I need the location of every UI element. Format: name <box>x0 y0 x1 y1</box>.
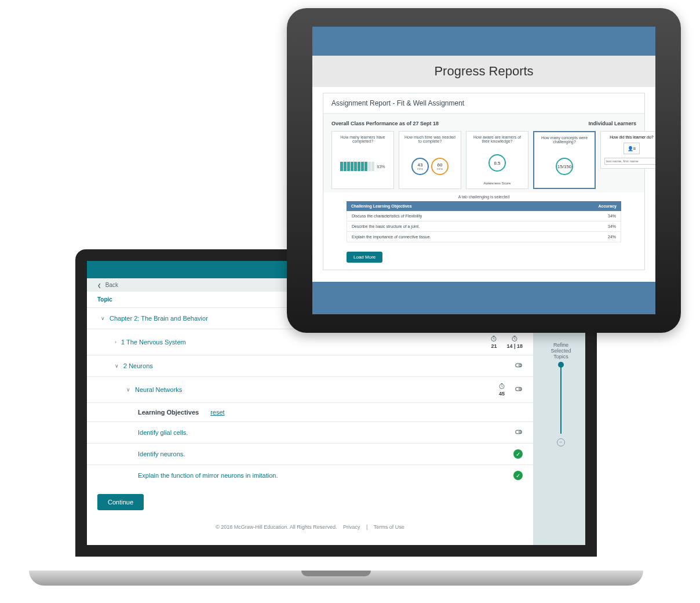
cell-objective: Explain the importance of connective tis… <box>347 232 586 242</box>
avatar-icon: 👤≡ <box>624 143 640 154</box>
card-question: How aware are learners of their knowledg… <box>470 135 524 144</box>
svg-point-8 <box>519 388 522 390</box>
panel-subhead: Overall Class Performance as of 27 Sept … <box>331 121 636 126</box>
awareness-caption: Awareness Score <box>470 181 524 185</box>
topic-row[interactable]: ∨ 2 Neurons <box>87 355 533 376</box>
card-question: How many concepts were challenging? <box>538 136 591 145</box>
refine-slider-panel: Refine Selected Topics − <box>545 342 577 449</box>
topic-label: 2 Neurons <box>123 362 153 369</box>
objective-row[interactable]: Explain the function of mirror neurons i… <box>87 464 533 486</box>
check-icon: ✓ <box>513 471 523 480</box>
th-objective: Challening Learning Objectives <box>347 201 586 211</box>
topic-label: Neural Networks <box>135 386 182 393</box>
reset-link[interactable]: reset <box>210 409 224 416</box>
check-icon: ✓ <box>513 449 523 459</box>
table-row[interactable]: Describe the basic structure of a joint.… <box>347 221 621 232</box>
cell-accuracy: 34% <box>586 221 621 231</box>
individual-question: How did this learner do? <box>610 135 654 139</box>
chevron-left-icon: ❮ <box>97 283 101 288</box>
objective-label: Explain the function of mirror neurons i… <box>138 472 278 479</box>
time-estimate: 45 <box>498 383 505 397</box>
panel-body: Overall Class Performance as of 27 Sept … <box>323 114 644 192</box>
chevron-down-icon: ∨ <box>115 363 119 369</box>
challenging-ring: 15/150 <box>556 158 573 175</box>
continue-button[interactable]: Continue <box>97 494 144 510</box>
th-accuracy: Accuracy <box>586 201 621 211</box>
question-ratio: 14 | 18 <box>506 335 523 349</box>
toggle-icon[interactable] <box>515 361 523 370</box>
objective-label: Identify neurons. <box>138 451 185 457</box>
cell-objective: Discuss the characteristics of Flexibili… <box>347 211 586 221</box>
svg-point-10 <box>519 431 522 433</box>
refine-label-3: Topics <box>545 354 577 359</box>
subhead-left: Overall Class Performance as of 27 Sept … <box>331 121 439 126</box>
load-more-button[interactable]: Load More <box>347 252 382 263</box>
topic-row[interactable]: ∨ Neural Networks 45 <box>87 376 533 402</box>
subhead-right: Individual Learners <box>588 121 636 126</box>
laptop-trackpad-notch <box>301 571 371 576</box>
card-time[interactable]: How much time was needed to complete? 43… <box>399 131 461 189</box>
objective-label: Identify glial cells. <box>138 429 188 436</box>
topic-label: Chapter 2: The Brain and Behavior <box>110 315 208 322</box>
awareness-ring: 8.5 <box>488 154 506 172</box>
slider-handle[interactable] <box>558 362 564 368</box>
selection-marker: A tab challenging is selected <box>323 192 644 201</box>
objective-row[interactable]: Identify glial cells. <box>87 422 533 443</box>
metric-cards: How many learners have completed? 83% Ho… <box>331 131 636 189</box>
assignment-report-panel: Assignment Report - Fit & Well Assignmen… <box>323 93 645 270</box>
tablet-device: Progress Reports Assignment Report - Fit… <box>287 8 681 333</box>
tablet-header-bar <box>312 27 655 56</box>
individual-learners: How did this learner do? 👤≡ 🔍 <box>600 131 655 189</box>
laptop-base <box>29 571 643 586</box>
card-question: How many learners have completed? <box>336 135 390 144</box>
toggle-icon[interactable] <box>515 385 523 394</box>
refine-label-2: Selected <box>545 348 577 354</box>
chevron-down-icon: ∨ <box>101 315 105 321</box>
cell-objective: Describe the basic structure of a joint. <box>347 221 586 231</box>
lo-title: Learning Objectives <box>138 409 199 416</box>
footer-terms[interactable]: Terms of Use <box>374 524 404 530</box>
learning-objectives-header: Learning Objectives reset <box>87 402 533 422</box>
tablet-app: Progress Reports Assignment Report - Fit… <box>312 27 655 314</box>
chevron-down-icon: ∨ <box>126 387 130 393</box>
objective-row[interactable]: Identify neurons. ✓ <box>87 443 533 464</box>
card-awareness[interactable]: How aware are learners of their knowledg… <box>466 131 528 189</box>
page-title: Progress Reports <box>312 56 655 87</box>
panel-title: Assignment Report - Fit & Well Assignmen… <box>323 93 644 114</box>
refine-label-1: Refine <box>545 342 577 348</box>
svg-point-5 <box>519 364 522 366</box>
objectives-table: Challening Learning Objectives Accuracy … <box>347 201 621 242</box>
minus-icon[interactable]: − <box>557 438 565 446</box>
card-completion[interactable]: How many learners have completed? 83% <box>331 131 394 189</box>
tablet-footer-bar <box>312 282 655 314</box>
table-row[interactable]: Discuss the characteristics of Flexibili… <box>347 211 621 221</box>
footer-privacy[interactable]: Privacy <box>343 524 360 530</box>
learner-search-input[interactable] <box>604 158 655 165</box>
completion-value: 83% <box>377 165 385 169</box>
footer: © 2018 McGraw-Hill Education. All Rights… <box>87 518 533 536</box>
individual-card: How did this learner do? 👤≡ 🔍 <box>600 131 655 169</box>
footer-copyright: © 2018 McGraw-Hill Education. All Rights… <box>216 524 337 530</box>
time-estimate: 21 <box>490 335 497 349</box>
table-row[interactable]: Explain the importance of connective tis… <box>347 232 621 242</box>
time-actual-ring: 60 mins <box>431 158 449 175</box>
topic-label: 1 The Nervous System <box>121 339 186 346</box>
refine-slider[interactable] <box>560 364 562 434</box>
back-label: Back <box>105 282 118 288</box>
card-question: How much time was needed to complete? <box>403 135 457 144</box>
card-challenging[interactable]: How many concepts were challenging? 15/1… <box>533 131 596 189</box>
chevron-right-icon: › <box>115 339 116 345</box>
toggle-icon[interactable] <box>515 428 523 437</box>
cell-accuracy: 24% <box>586 232 621 242</box>
table-header: Challening Learning Objectives Accuracy <box>347 201 621 211</box>
completion-bar: 83% <box>336 148 390 185</box>
cell-accuracy: 34% <box>586 211 621 221</box>
time-estimate-ring: 43 mins <box>411 158 429 175</box>
